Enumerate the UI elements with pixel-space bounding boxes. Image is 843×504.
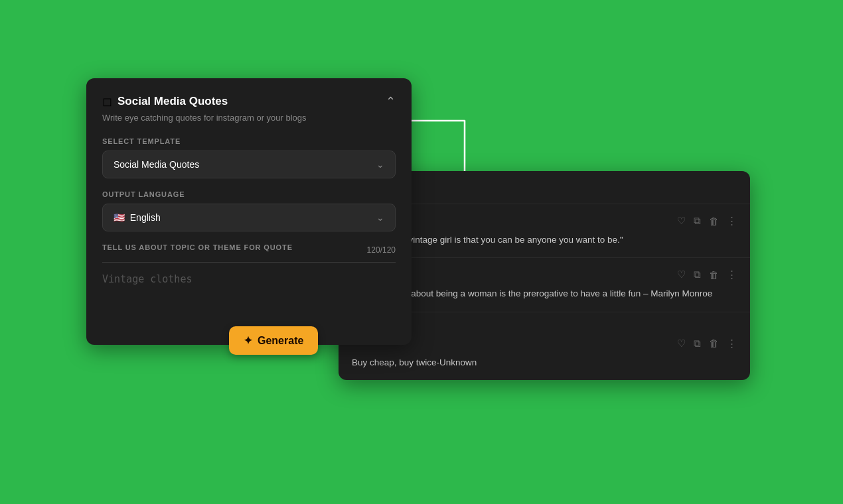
- more-icon-1[interactable]: ⋮: [727, 215, 737, 227]
- topic-label: TELL US ABOUT TOPIC OR THEME FOR QUOTE: [102, 243, 293, 251]
- copy-icon-1[interactable]: ⧉: [694, 215, 701, 227]
- favorite-icon-1[interactable]: ♡: [677, 215, 686, 227]
- template-select-wrapper: Social Media Quotes ⌄: [102, 151, 396, 178]
- template-chevron-icon: ⌄: [376, 159, 384, 170]
- panel-header: ◻ Social Media Quotes ⌃: [102, 94, 396, 109]
- delete-icon-2[interactable]: 🗑: [709, 269, 719, 281]
- language-chevron-icon: ⌄: [376, 212, 384, 223]
- generate-button[interactable]: ✦ Generate: [229, 326, 318, 355]
- delete-icon-3[interactable]: 🗑: [709, 338, 719, 349]
- template-dropdown[interactable]: Social Media Quotes ⌄: [102, 151, 396, 178]
- char-count: 120/120: [367, 245, 396, 255]
- language-select-wrapper: 🇺🇸 English ⌄: [102, 204, 396, 231]
- copy-icon-2[interactable]: ⧉: [694, 269, 701, 281]
- delete-icon-1[interactable]: 🗑: [709, 216, 719, 227]
- favorite-icon-3[interactable]: ♡: [677, 338, 686, 349]
- favorite-icon-2[interactable]: ♡: [677, 269, 686, 281]
- language-field-group: OUTPUT LANGUAGE 🇺🇸 English ⌄: [102, 190, 396, 231]
- copy-icon-3[interactable]: ⧉: [694, 338, 701, 349]
- topic-input[interactable]: [102, 262, 396, 314]
- history-item-3-text: Buy cheap, buy twice-Unknown: [352, 356, 737, 369]
- more-icon-2[interactable]: ⋮: [727, 269, 737, 281]
- template-field-group: SELECT TEMPLATE Social Media Quotes ⌄: [102, 137, 396, 178]
- left-panel: ◻ Social Media Quotes ⌃ Write eye catchi…: [86, 78, 412, 345]
- template-label: SELECT TEMPLATE: [102, 137, 396, 145]
- panel-title: Social Media Quotes: [117, 95, 228, 108]
- language-dropdown[interactable]: 🇺🇸 English ⌄: [102, 204, 396, 231]
- panel-subtitle: Write eye catching quotes for instagram …: [102, 113, 396, 123]
- panel-header-left: ◻ Social Media Quotes: [102, 94, 228, 109]
- collapse-icon[interactable]: ⌃: [386, 94, 396, 109]
- language-label: OUTPUT LANGUAGE: [102, 190, 396, 198]
- instagram-icon: ◻: [102, 94, 112, 109]
- language-value: 🇺🇸 English: [114, 212, 161, 223]
- topic-field-group: TELL US ABOUT TOPIC OR THEME FOR QUOTE 1…: [102, 243, 396, 317]
- template-value: Social Media Quotes: [114, 159, 199, 170]
- topic-field-header: TELL US ABOUT TOPIC OR THEME FOR QUOTE 1…: [102, 243, 396, 257]
- generate-label: Generate: [258, 335, 303, 347]
- more-icon-3[interactable]: ⋮: [727, 338, 737, 349]
- wand-icon: ✦: [244, 334, 252, 347]
- language-flag: 🇺🇸: [114, 212, 125, 223]
